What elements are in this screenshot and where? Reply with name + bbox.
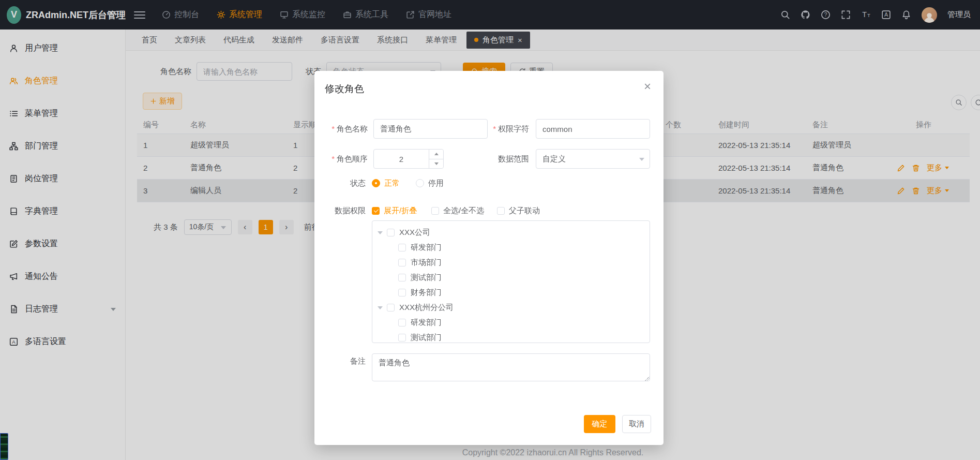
status-label: 状态 (314, 176, 366, 190)
tree-node[interactable]: 研发部门 (372, 315, 650, 330)
confirm-button[interactable]: 确定 (584, 415, 615, 433)
remark-textarea[interactable]: 普通角色 (372, 353, 650, 381)
chevron-down-icon (434, 162, 439, 165)
tree-node[interactable]: 测试部门 (372, 270, 650, 285)
tree-node[interactable]: 测试部门 (372, 330, 650, 343)
tree-node-label[interactable]: 市场部门 (411, 258, 442, 268)
tree-checkbox[interactable] (387, 304, 395, 311)
perm-char-label: 权限字符 (470, 119, 529, 139)
cancel-button[interactable]: 取消 (622, 415, 651, 433)
tree-node[interactable]: XXX杭州分公司 (372, 300, 650, 315)
remark-label: 备注 (314, 353, 366, 369)
dialog-title: 修改角色 (325, 82, 364, 96)
tree-checkbox[interactable] (398, 244, 406, 251)
tree-checkbox[interactable] (398, 259, 406, 266)
tree-checkbox[interactable] (398, 289, 406, 296)
edit-role-dialog: 修改角色 × 角色名称 权限字符 角色顺序 2 数据范围 自定义 状态 正常 (314, 71, 664, 445)
tree-expand-icon[interactable] (378, 306, 383, 309)
data-scope-label: 数据范围 (470, 149, 529, 169)
tree-node-label[interactable]: 测试部门 (411, 333, 442, 343)
checkbox-label: 全选/全不选 (443, 206, 484, 216)
role-name-label: 角色名称 (314, 119, 368, 139)
checkbox-label: 父子联动 (509, 206, 540, 216)
tree-expand-icon[interactable] (378, 231, 383, 234)
tree-node-label[interactable]: XXX公司 (399, 228, 430, 238)
tree-checkbox[interactable] (398, 319, 406, 327)
select-value: 自定义 (542, 154, 566, 164)
data-scope-select[interactable]: 自定义 (536, 149, 650, 169)
select-all-checkbox[interactable]: 全选/全不选 (431, 203, 484, 218)
tree-node[interactable]: XXX公司 (372, 225, 650, 240)
tree-checkbox[interactable] (398, 334, 406, 342)
checkbox-icon (497, 207, 505, 215)
chevron-up-icon (434, 153, 439, 155)
stepper-down-button[interactable] (429, 159, 443, 169)
tree-node[interactable]: 市场部门 (372, 255, 650, 270)
tree-node-label[interactable]: 财务部门 (411, 288, 442, 298)
data-perm-label: 数据权限 (314, 203, 366, 218)
tree-node[interactable]: 研发部门 (372, 240, 650, 255)
stepper-up-button[interactable] (429, 150, 443, 159)
radio-label: 正常 (384, 179, 400, 188)
tree-node[interactable]: 财务部门 (372, 285, 650, 300)
parent-child-link-checkbox[interactable]: 父子联动 (497, 203, 540, 218)
checkbox-label: 展开/折叠 (384, 206, 417, 216)
perm-char-input[interactable] (536, 119, 650, 139)
tree-checkbox[interactable] (387, 229, 395, 236)
tree-node-label[interactable]: XXX杭州分公司 (399, 303, 454, 313)
radio-icon (416, 179, 424, 187)
expand-collapse-checkbox[interactable]: 展开/折叠 (372, 203, 417, 218)
role-order-value: 2 (374, 150, 429, 168)
radio-label: 停用 (428, 179, 444, 188)
status-radio-normal[interactable]: 正常 (372, 176, 400, 190)
tree-node-label[interactable]: 研发部门 (411, 243, 442, 253)
permission-tree: XXX公司 研发部门 市场部门 测试部门 财务部门 XXX杭州分公司 研发部门 (372, 220, 650, 343)
tree-checkbox[interactable] (398, 274, 406, 281)
tree-node-label[interactable]: 研发部门 (411, 318, 442, 328)
close-icon[interactable]: × (644, 80, 651, 93)
role-order-stepper[interactable]: 2 (373, 149, 444, 169)
status-radio-disabled[interactable]: 停用 (416, 176, 444, 190)
tree-node-label[interactable]: 测试部门 (411, 273, 442, 283)
chevron-down-icon (639, 158, 644, 161)
checkbox-icon (431, 207, 439, 215)
radio-icon (372, 179, 380, 187)
role-order-label: 角色顺序 (314, 149, 368, 169)
checkbox-icon (372, 207, 380, 215)
